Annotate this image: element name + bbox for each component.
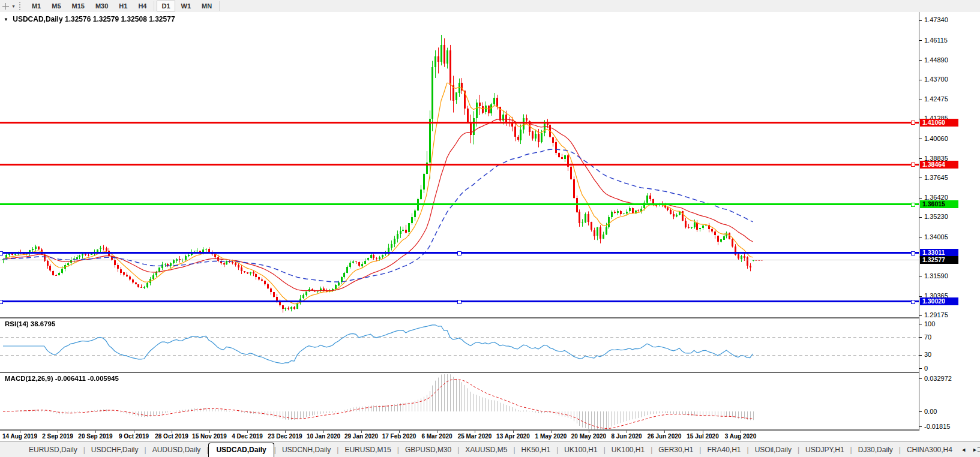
axis-tick xyxy=(919,237,922,237)
date-label: 20 May 2020 xyxy=(571,433,606,440)
support-line-1.36015[interactable] xyxy=(0,203,919,205)
price-tick-1.43700: 1.43700 xyxy=(924,76,948,83)
timeframe-button-m30[interactable]: M30 xyxy=(91,1,113,11)
axis-tick xyxy=(919,276,922,276)
chart-tab-uk100-h1[interactable]: UK100,H1 xyxy=(558,443,603,456)
chart-tab-dj30-daily[interactable]: DJ30,Daily xyxy=(852,443,899,456)
date-label: 8 Jun 2020 xyxy=(611,433,642,440)
rsi-value: 38.6795 xyxy=(31,320,56,327)
rsi-tick-0: 0 xyxy=(924,365,928,372)
price-tick-1.35230: 1.35230 xyxy=(924,213,948,220)
timeframe-button-m1[interactable]: M1 xyxy=(27,1,46,11)
chart-tab-china300-h4[interactable]: CHINA300,H4 xyxy=(901,443,958,456)
chart-tab-xauusd-m5[interactable]: XAUUSD,M5 xyxy=(459,443,513,456)
chart-tab-audusd-daily[interactable]: AUDUSD,Daily xyxy=(146,443,207,456)
line-handle-center[interactable] xyxy=(457,251,461,255)
chart-tab-usdcad-daily[interactable]: USDCAD,Daily xyxy=(208,443,274,457)
timeframe-button-m15[interactable]: M15 xyxy=(67,1,89,11)
toolbar-separator xyxy=(154,1,154,11)
axis-tick xyxy=(919,296,922,297)
timeframe-button-w1[interactable]: W1 xyxy=(176,1,196,11)
toolbar-grip xyxy=(19,2,25,10)
axis-tick xyxy=(919,337,922,338)
date-label: 6 Mar 2020 xyxy=(421,433,452,440)
current-price-line-1.32577 xyxy=(0,260,919,260)
ohlc-high: 1.32579 xyxy=(93,15,119,23)
line-handle-left[interactable] xyxy=(0,251,3,255)
macd-label: MACD(12,26,9) -0.006411 -0.005945 xyxy=(5,375,119,382)
axis-tick xyxy=(919,60,922,61)
tab-scroll-right-icon[interactable]: ► xyxy=(972,447,978,453)
price-tick-1.37645: 1.37645 xyxy=(924,174,948,181)
line-handle-right[interactable] xyxy=(911,251,915,255)
date-label: 2 Sep 2019 xyxy=(42,433,73,440)
price-tick-1.34005: 1.34005 xyxy=(924,233,948,240)
chart-tab-gbpusd-m30[interactable]: GBPUSD,M30 xyxy=(399,443,457,456)
axis-tick xyxy=(919,315,922,316)
timeframe-button-m5[interactable]: M5 xyxy=(47,1,65,11)
axis-tick xyxy=(919,100,922,100)
line-handle-left[interactable] xyxy=(0,300,3,304)
chart-tab-usdchf-daily[interactable]: USDCHF,Daily xyxy=(85,443,145,456)
price-chart-canvas[interactable] xyxy=(0,12,919,431)
chart-title: ▼ USDCAD,Daily 1.32576 1.32579 1.32508 1… xyxy=(4,15,175,23)
rsi-label: RSI(14) 38.6795 xyxy=(5,320,55,327)
axis-tick xyxy=(919,158,922,159)
date-label: 15 Jul 2020 xyxy=(687,433,718,440)
timeframe-button-h1[interactable]: H1 xyxy=(114,1,132,11)
line-handle-right[interactable] xyxy=(911,163,915,167)
chart-tab-uk100-h1[interactable]: UK100,H1 xyxy=(606,443,651,456)
chart-tab-usdjpy-h1[interactable]: USDJPY,H1 xyxy=(799,443,850,456)
price-axis: 1.473401.461151.448901.437001.424751.412… xyxy=(919,12,980,431)
axis-tick xyxy=(919,378,922,379)
macd-tick-0.032972: 0.032972 xyxy=(924,375,952,382)
date-label: 9 Oct 2019 xyxy=(119,433,149,440)
price-tick-1.47340: 1.47340 xyxy=(924,16,948,23)
axis-tick xyxy=(919,139,922,139)
date-label: 29 Jan 2020 xyxy=(344,433,378,440)
resistance-line-1.41060[interactable] xyxy=(0,122,919,124)
macd-main-value: -0.006411 xyxy=(55,375,86,382)
date-label: 28 Oct 2019 xyxy=(155,433,188,440)
rsi-tick-30: 30 xyxy=(924,351,931,358)
line-handle-right[interactable] xyxy=(911,203,915,207)
date-label: 4 Dec 2019 xyxy=(232,433,263,440)
rsi-name: RSI(14) xyxy=(5,320,29,327)
chart-tab-usdcnh-daily[interactable]: USDCNH,Daily xyxy=(276,443,337,456)
ohlc-close: 1.32577 xyxy=(149,15,175,23)
chart-tab-ger30-h1[interactable]: GER30,H1 xyxy=(652,443,699,456)
price-tick-1.46115: 1.46115 xyxy=(924,37,948,44)
line-handle-right[interactable] xyxy=(911,300,915,304)
axis-level-label-1.32577: 1.32577 xyxy=(920,256,958,264)
rsi-tick-70: 70 xyxy=(924,333,931,341)
line-handle-center[interactable] xyxy=(457,300,461,304)
cursor-tool-button[interactable]: ▼ xyxy=(0,1,17,11)
chart-tab-eurusd-m15[interactable]: EURUSD,M15 xyxy=(338,443,397,456)
tab-scroll-left-icon[interactable]: ◄ xyxy=(961,447,966,453)
date-label: 15 Nov 2019 xyxy=(192,433,227,440)
date-label: 26 Jun 2020 xyxy=(648,433,682,440)
chart-tab-hk50-h1[interactable]: HK50,H1 xyxy=(516,443,557,456)
timeframe-button-d1[interactable]: D1 xyxy=(157,1,175,11)
date-label: 3 Aug 2020 xyxy=(725,433,756,440)
chart-tab-eurusd-daily[interactable]: EURUSD,Daily xyxy=(23,443,83,456)
chart-tab-bar: EURUSD,Daily|USDCHF,Daily|AUDUSD,Daily|U… xyxy=(0,441,980,457)
price-tick-1.31590: 1.31590 xyxy=(924,272,948,279)
macd-name: MACD(12,26,9) xyxy=(5,375,53,382)
axis-tick xyxy=(919,20,922,21)
timeframe-button-mn[interactable]: MN xyxy=(197,1,217,11)
price-tick-1.29175: 1.29175 xyxy=(924,311,948,318)
ohlc-low: 1.32508 xyxy=(121,15,146,23)
resistance-line-1.38464[interactable] xyxy=(0,164,919,166)
axis-tick xyxy=(919,426,922,427)
trading-platform-window: ▼ M1M5M15M30H1H4D1W1MN ▼ USDCAD,Daily 1.… xyxy=(0,0,980,457)
date-label: 10 Jan 2020 xyxy=(307,433,340,440)
axis-tick xyxy=(919,324,922,324)
axis-tick xyxy=(919,198,922,199)
chart-tab-fra40-h1[interactable]: FRA40,H1 xyxy=(701,443,747,456)
macd-tick--0.01815: -0.01815 xyxy=(924,423,950,430)
line-handle-right[interactable] xyxy=(911,121,915,125)
chart-tab-usoil-daily[interactable]: USOil,Daily xyxy=(749,443,798,456)
date-label: 23 Dec 2019 xyxy=(268,433,302,440)
timeframe-button-h4[interactable]: H4 xyxy=(133,1,151,11)
